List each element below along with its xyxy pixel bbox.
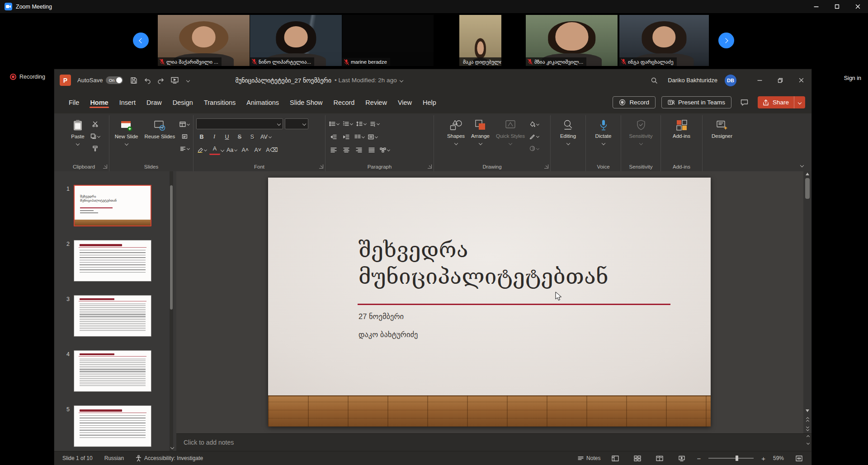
align-text-button[interactable] (367, 132, 378, 142)
zoom-out-button[interactable]: − (697, 455, 701, 462)
zoom-minimize-button[interactable] (806, 0, 826, 13)
sign-in-link[interactable]: Sign in (844, 75, 861, 81)
gallery-next-button[interactable] (718, 33, 734, 48)
ppt-restore-button[interactable] (770, 69, 791, 91)
slideshow-view-button[interactable] (675, 451, 689, 465)
tab-insert[interactable]: Insert (114, 96, 141, 109)
notes-scroll-up-button[interactable] (807, 435, 810, 438)
bullets-button[interactable] (328, 118, 340, 129)
justify-button[interactable] (366, 145, 377, 155)
participant-video-tile[interactable]: ინგა ფარცხალაძე (619, 15, 709, 66)
tab-draw[interactable]: Draw (141, 96, 167, 109)
notes-scroll-down-button[interactable] (807, 442, 810, 445)
shapes-button[interactable]: Shapes (444, 116, 467, 146)
slide-thumbnail-item[interactable]: 1 შეხვედრა მუნიციპალიტეტებთან (61, 185, 176, 226)
participant-video-tile[interactable]: მზია კიკალიშვილ... (526, 15, 618, 66)
thumb-slide[interactable] (74, 350, 151, 392)
user-avatar[interactable]: DB (725, 75, 736, 86)
numbering-button[interactable] (342, 118, 354, 129)
slide-sorter-view-button[interactable] (630, 451, 645, 465)
start-slideshow-button[interactable] (168, 74, 181, 87)
gallery-previous-button[interactable] (133, 33, 149, 48)
change-case-button[interactable]: Aa (226, 145, 238, 155)
zoom-slider-handle[interactable] (736, 456, 738, 461)
designer-button[interactable]: Designer (709, 116, 735, 140)
convert-smartart-button[interactable] (379, 145, 391, 155)
paragraph-dialog-launcher[interactable] (428, 164, 432, 169)
character-spacing-button[interactable]: AV (259, 132, 272, 142)
text-direction-button[interactable] (369, 118, 380, 129)
tab-file[interactable]: File (63, 96, 85, 109)
normal-view-button[interactable] (608, 451, 623, 465)
document-title-chip[interactable]: მუნიციპალიტეტები_27 ნოემბერი • Last Modi… (235, 77, 402, 84)
redo-button[interactable] (155, 74, 167, 87)
bold-button[interactable]: B (196, 132, 207, 142)
notes-toggle-button[interactable]: Notes (578, 455, 600, 461)
reset-slide-button[interactable] (179, 131, 190, 141)
fit-slide-to-window-button[interactable] (792, 451, 806, 465)
clipboard-dialog-launcher[interactable] (103, 164, 107, 169)
slide-editing-canvas[interactable]: შეხვედრა მუნიციპალიტეტებთან 27 ნოემბერი … (176, 171, 803, 433)
next-slide-button[interactable] (803, 424, 811, 432)
share-button[interactable]: Share (758, 96, 805, 108)
record-button[interactable]: Record (613, 96, 656, 108)
collapse-ribbon-button[interactable] (800, 164, 804, 167)
columns-button[interactable] (354, 132, 365, 142)
comments-button[interactable] (737, 96, 752, 109)
language-indicator[interactable]: Russian (104, 455, 124, 461)
editor-vertical-scrollbar[interactable] (803, 171, 811, 433)
arrange-button[interactable]: Arrange (468, 116, 492, 146)
quick-styles-button[interactable]: Quick Styles (493, 116, 528, 146)
section-button[interactable] (179, 143, 190, 154)
text-highlight-button[interactable] (196, 145, 208, 155)
scrollbar-thumb[interactable] (805, 178, 810, 199)
zoom-percentage[interactable]: 59% (773, 455, 784, 461)
tab-design[interactable]: Design (167, 96, 198, 109)
search-icon[interactable] (648, 74, 660, 87)
ppt-close-button[interactable] (791, 69, 811, 91)
italic-button[interactable]: I (209, 132, 220, 142)
dictate-button[interactable]: Dictate (593, 116, 614, 146)
zoom-maximize-button[interactable] (826, 0, 847, 13)
font-size-combo[interactable] (285, 118, 308, 129)
tab-slide-show[interactable]: Slide Show (284, 96, 328, 109)
slide-thumbnail-item[interactable]: 2 (61, 240, 176, 282)
drawing-dialog-launcher[interactable] (544, 164, 548, 169)
tab-review[interactable]: Review (360, 96, 392, 109)
thumb-slide[interactable]: შეხვედრა მუნიციპალიტეტებთან (74, 185, 151, 226)
font-name-combo[interactable] (196, 118, 283, 129)
editing-button[interactable]: Editing (557, 116, 579, 146)
ppt-minimize-button[interactable] (749, 69, 770, 91)
thumb-slide[interactable] (74, 240, 151, 282)
thumb-slide[interactable] (74, 405, 151, 447)
slide-number-indicator[interactable]: Slide 1 of 10 (62, 455, 93, 461)
current-slide[interactable]: შეხვედრა მუნიციპალიტეტებთან 27 ნოემბერი … (268, 178, 711, 427)
zoom-slider[interactable] (708, 458, 754, 459)
paste-button[interactable]: Paste (67, 116, 89, 146)
slide-thumbnail-item[interactable]: 3 (61, 295, 176, 337)
accessibility-checker[interactable]: Accessibility: Investigate (136, 455, 203, 461)
underline-button[interactable]: U (222, 132, 232, 142)
new-slide-button[interactable]: New Slide (112, 116, 141, 146)
participant-video-tile[interactable]: ნინო ლიპარტელია... (250, 15, 342, 66)
autosave-toggle[interactable]: AutoSave On (77, 76, 123, 84)
slide-layout-button[interactable] (179, 119, 190, 129)
increase-font-button[interactable]: A˄ (240, 145, 250, 155)
decrease-font-button[interactable]: A˅ (252, 145, 263, 155)
tab-record[interactable]: Record (328, 96, 360, 109)
increase-indent-button[interactable] (341, 132, 352, 142)
strikethrough-button[interactable]: S (234, 132, 245, 142)
present-in-teams-button[interactable]: Present in Teams (661, 96, 731, 108)
decrease-indent-button[interactable] (328, 132, 339, 142)
align-center-button[interactable] (341, 145, 352, 155)
cut-button[interactable] (90, 119, 101, 129)
tab-help[interactable]: Help (417, 96, 442, 109)
reuse-slides-button[interactable]: Reuse Slides (142, 116, 178, 141)
slide-title-textbox[interactable]: შეხვედრა მუნიციპალიტეტებთან (359, 236, 609, 290)
clear-formatting-button[interactable]: A⌫ (265, 145, 278, 155)
line-spacing-button[interactable] (355, 118, 367, 129)
align-left-button[interactable] (328, 145, 339, 155)
addins-button[interactable]: Add-ins (670, 116, 693, 140)
zoom-close-button[interactable] (847, 0, 868, 13)
participant-video-tile[interactable]: მაკა დიდებულიძ ... (459, 15, 501, 66)
